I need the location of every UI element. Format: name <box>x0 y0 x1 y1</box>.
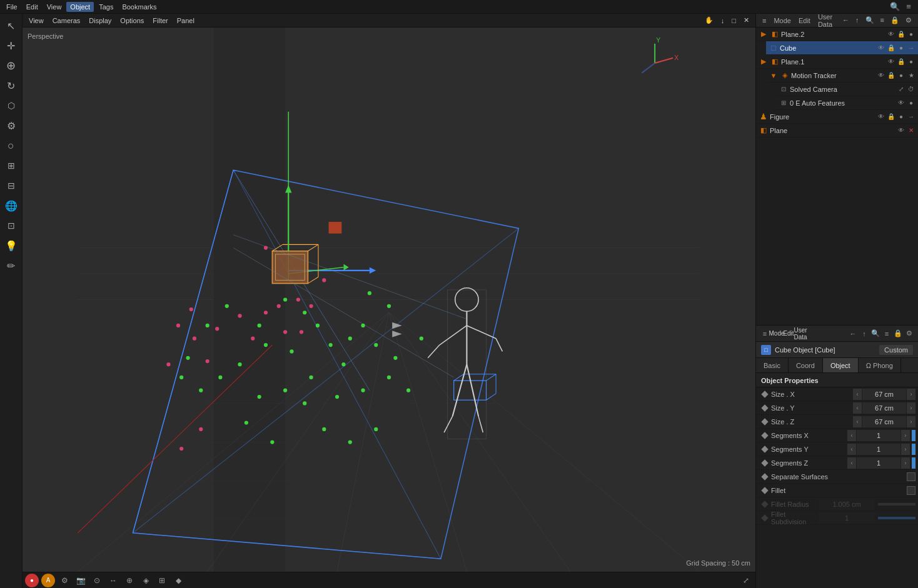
props-arrow-right-size-z[interactable]: › <box>907 416 915 427</box>
tree-item-motion-tracker[interactable]: ▼ ◈ Motion Tracker 👁 🔒 ● ★ <box>766 69 918 82</box>
props-diamond-separate[interactable] <box>761 473 769 481</box>
tree-dot-cube[interactable]: ● <box>897 44 905 52</box>
props-diamond-seg-x[interactable] <box>761 432 769 439</box>
scale-button[interactable]: ⊕ <box>123 574 136 587</box>
props-diamond-fillet[interactable] <box>761 487 769 494</box>
move-button[interactable]: ↔ <box>106 574 120 587</box>
props-arrow-right-seg-y[interactable]: › <box>901 444 910 455</box>
tool-rotate[interactable]: ↻ <box>2 76 21 95</box>
tree-filter[interactable]: ≡ <box>878 15 887 26</box>
vp-hand-icon[interactable]: ✋ <box>702 15 716 26</box>
tree-settings[interactable]: ⚙ <box>903 15 914 26</box>
props-mode-btn[interactable]: Mode <box>772 329 782 339</box>
tree-nav-up[interactable]: ↑ <box>853 15 862 26</box>
tree-userdata-btn[interactable]: User Data <box>815 14 837 29</box>
tree-dot-plane1[interactable]: ● <box>907 57 915 66</box>
auto-key-button[interactable]: A <box>41 574 55 587</box>
props-diamond-seg-y[interactable] <box>761 446 769 453</box>
props-filter-icon[interactable]: ≡ <box>882 329 892 339</box>
menu-tags[interactable]: Tags <box>95 2 117 12</box>
tool-scale[interactable]: ⊕ <box>2 56 21 75</box>
props-search-icon[interactable]: 🔍 <box>870 329 880 339</box>
props-diamond-seg-z[interactable] <box>761 459 769 467</box>
props-diamond-fillet-radius[interactable] <box>761 501 769 508</box>
tree-lock-plane1[interactable]: 🔒 <box>897 57 905 66</box>
props-diamond-size-x[interactable] <box>761 391 769 398</box>
menu-view[interactable]: View <box>43 2 66 12</box>
tree-eye-figure[interactable]: 👁 <box>877 112 885 121</box>
tree-lock-motion[interactable]: 🔒 <box>887 71 895 80</box>
tool-mirror[interactable]: ⊟ <box>2 176 21 195</box>
tree-menu-btn[interactable]: ≡ <box>760 16 769 26</box>
tool-move[interactable]: ✛ <box>2 36 21 55</box>
tree-item-plane1[interactable]: ▶ ◧ Plane.1 👁 🔒 ● <box>756 55 918 69</box>
props-value-size-y[interactable]: 67 cm <box>862 402 906 414</box>
tree-clock-camera[interactable]: ⏱ <box>907 85 915 94</box>
tree-lock[interactable]: 🔒 <box>888 15 902 26</box>
props-userdata-btn[interactable]: User Data <box>795 329 805 339</box>
tab-object[interactable]: Object <box>823 358 859 372</box>
tree-item-auto-features[interactable]: ⊞ 0 E Auto Features 👁 ● <box>776 96 918 110</box>
menu-bookmarks[interactable]: Bookmarks <box>118 2 160 12</box>
props-arrow-right-size-y[interactable]: › <box>907 402 915 414</box>
tree-nav-back[interactable]: ← <box>840 15 852 26</box>
props-diamond-fillet-sub[interactable] <box>761 514 769 522</box>
props-arrow-left-seg-x[interactable]: ‹ <box>847 430 856 441</box>
props-value-seg-x[interactable]: 1 <box>857 430 900 441</box>
props-config-icon[interactable]: ⚙ <box>904 329 914 339</box>
tree-lock-cube[interactable]: 🔒 <box>887 44 895 52</box>
tree-expand-plane1[interactable]: ▶ <box>759 57 769 67</box>
vp-down-icon[interactable]: ↓ <box>719 16 727 26</box>
vp-fullscreen-icon[interactable]: □ <box>729 16 739 26</box>
vp-menu-view[interactable]: View <box>26 16 46 26</box>
tab-coord[interactable]: Coord <box>789 358 823 372</box>
tree-eye-cube[interactable]: 👁 <box>877 44 885 52</box>
vp-menu-display[interactable]: Display <box>86 16 114 26</box>
props-diamond-size-z[interactable] <box>761 418 769 426</box>
tree-star-motion[interactable]: ★ <box>907 71 915 80</box>
tree-expand-motion[interactable]: ▼ <box>769 71 779 81</box>
tree-resize-camera[interactable]: ⤢ <box>897 85 905 94</box>
props-arrow-left-seg-z[interactable]: ‹ <box>847 457 856 469</box>
props-custom-button[interactable]: Custom <box>879 345 913 355</box>
tree-dot-plane2[interactable]: ● <box>907 30 915 39</box>
tab-phong[interactable]: Ω Phong <box>859 358 901 372</box>
props-value-seg-z[interactable]: 1 <box>857 457 900 469</box>
keyframe-button[interactable]: ◆ <box>171 574 185 587</box>
props-checkbox-separate[interactable] <box>907 472 915 481</box>
vp-menu-filter[interactable]: Filter <box>150 16 170 26</box>
menu-file[interactable]: File <box>3 2 21 12</box>
tree-mode-btn[interactable]: Mode <box>771 16 794 26</box>
snap-button[interactable]: ⊞ <box>155 574 169 587</box>
tool-pen[interactable]: ✏ <box>2 256 21 275</box>
props-arrow-left-size-x[interactable]: ‹ <box>853 389 862 400</box>
props-diamond-size-y[interactable] <box>761 404 769 412</box>
props-arrow-left-seg-y[interactable]: ‹ <box>847 444 856 455</box>
tree-item-plane2[interactable]: ▶ ◧ Plane.2 👁 🔒 ● <box>756 27 918 41</box>
tree-dot-auto[interactable]: ● <box>907 99 915 107</box>
tree-lock-plane2[interactable]: 🔒 <box>897 30 905 39</box>
props-arrow-right-seg-z[interactable]: › <box>901 457 910 469</box>
tool-settings[interactable]: ⚙ <box>2 116 21 135</box>
tree-eye-plane2[interactable]: 👁 <box>887 30 895 39</box>
tree-search[interactable]: 🔍 <box>863 15 877 26</box>
vp-menu-options[interactable]: Options <box>118 16 146 26</box>
props-arrow-right-size-x[interactable]: › <box>907 389 915 400</box>
tree-edit-btn[interactable]: Edit <box>796 16 813 26</box>
tree-dot-motion[interactable]: ● <box>897 71 905 80</box>
tree-arrow-cube[interactable]: → <box>907 44 915 52</box>
object-button[interactable]: ◈ <box>139 574 153 587</box>
props-value-size-z[interactable]: 67 cm <box>862 416 906 427</box>
tree-item-cube[interactable]: □ Cube 👁 🔒 ● → <box>766 41 918 55</box>
record-button[interactable]: ● <box>25 574 39 587</box>
props-value-seg-y[interactable]: 1 <box>857 444 900 455</box>
tool-lasso[interactable]: ○ <box>2 136 21 155</box>
tool-object-axis[interactable]: ⬡ <box>2 96 21 115</box>
props-back-icon[interactable]: ← <box>848 329 858 339</box>
camera-button[interactable]: 📷 <box>74 574 88 587</box>
vp-menu-cameras[interactable]: Cameras <box>50 16 83 26</box>
menu-object[interactable]: Object <box>66 2 94 12</box>
tree-item-solved-camera[interactable]: ⊡ Solved Camera ⤢ ⏱ <box>776 82 918 96</box>
settings-icon[interactable]: ≡ <box>903 1 914 12</box>
props-checkbox-fillet[interactable] <box>907 486 915 495</box>
